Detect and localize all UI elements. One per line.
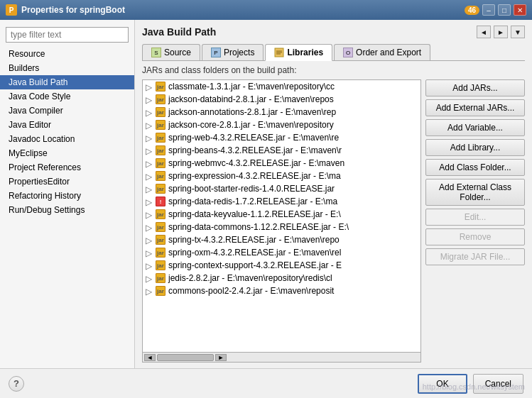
- sidebar-item-myeclipse[interactable]: MyEclipse: [0, 146, 134, 160]
- expand-icon[interactable]: ▷: [146, 223, 154, 231]
- jar-name: spring-context-support-4.3.2.RELEASE.jar…: [168, 260, 342, 270]
- list-item[interactable]: ▷ jar jackson-annotations-2.8.1.jar - E:…: [143, 106, 420, 118]
- maximize-button[interactable]: □: [498, 4, 511, 16]
- jar-icon: jar: [156, 286, 165, 296]
- sidebar-item-java-editor[interactable]: Java Editor: [0, 118, 134, 132]
- sidebar-item-properties-editor[interactable]: PropertiesEditor: [0, 175, 134, 189]
- list-item[interactable]: ▷ jar spring-data-keyvalue-1.1.2.RELEASE…: [143, 208, 420, 221]
- add-variable-button[interactable]: Add Variable...: [425, 119, 525, 136]
- remove-button[interactable]: Remove: [425, 228, 525, 245]
- expand-icon[interactable]: ▷: [146, 133, 154, 142]
- dropdown-arrow-button[interactable]: ▼: [511, 26, 525, 38]
- scroll-right-btn[interactable]: ►: [215, 354, 227, 361]
- bottom-bar: ? OK Cancel: [0, 368, 532, 398]
- jar-name: spring-data-redis-1.7.2.RELEASE.jar - E:…: [168, 197, 337, 206]
- list-item[interactable]: ▷ ! spring-data-redis-1.7.2.RELEASE.jar …: [143, 195, 420, 208]
- libraries-content: ▷ jar classmate-1.3.1.jar - E:\maven\rep…: [142, 79, 525, 363]
- list-item[interactable]: ▷ jar spring-boot-starter-redis-1.4.0.RE…: [143, 182, 420, 195]
- list-item[interactable]: ▷ jar jackson-core-2.8.1.jar - E:\maven\…: [143, 118, 420, 131]
- back-arrow-button[interactable]: ◄: [477, 26, 491, 38]
- add-class-folder-button[interactable]: Add Class Folder...: [425, 159, 525, 176]
- expand-icon[interactable]: ▷: [146, 184, 154, 193]
- sidebar-item-java-code-style[interactable]: Java Code Style: [0, 89, 134, 104]
- jar-name: spring-beans-4.3.2.RELEASE.jar - E:\mave…: [168, 145, 342, 155]
- help-button[interactable]: ?: [9, 376, 24, 392]
- list-item[interactable]: ▷ jar spring-context-support-4.3.2.RELEA…: [143, 259, 420, 272]
- scroll-left-btn[interactable]: ◄: [144, 354, 156, 361]
- ok-button[interactable]: OK: [418, 374, 467, 394]
- add-jars-button[interactable]: Add JARs...: [425, 79, 525, 96]
- content-area: Resource Builders Java Build Path Java C…: [0, 20, 532, 368]
- cancel-button[interactable]: Cancel: [473, 374, 523, 394]
- jar-name: spring-tx-4.3.2.RELEASE.jar - E:\maven\r…: [168, 235, 340, 245]
- tab-libraries-label: Libraries: [287, 48, 323, 57]
- list-item[interactable]: ▷ jar spring-data-commons-1.12.2.RELEASE…: [143, 221, 420, 233]
- sidebar-item-run-debug-settings[interactable]: Run/Debug Settings: [0, 203, 134, 217]
- horizontal-scrollbar[interactable]: ◄ ►: [143, 352, 420, 362]
- sidebar-item-project-references[interactable]: Project References: [0, 160, 134, 175]
- expand-icon[interactable]: ▷: [146, 248, 154, 257]
- jar-icon: jar: [156, 273, 165, 283]
- jar-name: jackson-annotations-2.8.1.jar - E:\maven…: [168, 107, 336, 117]
- close-button[interactable]: ✕: [514, 4, 526, 16]
- minimize-button[interactable]: –: [482, 4, 495, 16]
- tab-order-export[interactable]: O Order and Export: [334, 44, 430, 60]
- jar-list[interactable]: ▷ jar classmate-1.3.1.jar - E:\maven\rep…: [143, 80, 420, 352]
- forward-arrow-button[interactable]: ►: [494, 26, 508, 38]
- list-item[interactable]: ▷ jar spring-web-4.3.2.RELEASE.jar - E:\…: [143, 131, 420, 144]
- right-panel: Java Build Path ◄ ► ▼ S Source P Project…: [135, 20, 532, 368]
- list-item[interactable]: ▷ jar commons-pool2-2.4.2.jar - E:\maven…: [143, 284, 420, 297]
- sidebar-item-java-compiler[interactable]: Java Compiler: [0, 104, 134, 118]
- app-icon: P: [6, 4, 17, 16]
- list-item[interactable]: ▷ jar spring-oxm-4.3.2.RELEASE.jar - E:\…: [143, 246, 420, 259]
- bottom-right: OK Cancel: [418, 374, 523, 394]
- expand-icon[interactable]: ▷: [146, 108, 154, 116]
- list-item[interactable]: ▷ jar spring-expression-4.3.2.RELEASE.ja…: [143, 170, 420, 182]
- migrate-jar-button[interactable]: Migrate JAR File...: [425, 248, 525, 265]
- filter-input[interactable]: [6, 27, 129, 43]
- expand-icon[interactable]: ▷: [146, 287, 154, 295]
- tab-source[interactable]: S Source: [142, 44, 200, 60]
- jar-icon: jar: [156, 133, 165, 143]
- expand-icon[interactable]: ▷: [146, 274, 154, 282]
- sidebar-item-builders[interactable]: Builders: [0, 61, 134, 75]
- expand-icon[interactable]: ▷: [146, 146, 154, 155]
- expand-icon[interactable]: ▷: [146, 210, 154, 219]
- list-item[interactable]: ▷ jar spring-webmvc-4.3.2.RELEASE.jar - …: [143, 157, 420, 170]
- scroll-thumb[interactable]: [157, 354, 214, 361]
- window-title: Properties for springBoot: [21, 5, 465, 15]
- list-item[interactable]: ▷ jar spring-beans-4.3.2.RELEASE.jar - E…: [143, 144, 420, 157]
- sidebar-item-resource[interactable]: Resource: [0, 47, 134, 61]
- expand-icon[interactable]: ▷: [146, 197, 154, 206]
- edit-button[interactable]: Edit...: [425, 209, 525, 226]
- add-external-jars-button[interactable]: Add External JARs...: [425, 99, 525, 116]
- add-library-button[interactable]: Add Library...: [425, 139, 525, 156]
- list-item[interactable]: ▷ jar jackson-databind-2.8.1.jar - E:\ma…: [143, 93, 420, 106]
- jar-icon: jar: [156, 107, 165, 117]
- expand-icon[interactable]: ▷: [146, 261, 154, 270]
- jar-name: spring-webmvc-4.3.2.RELEASE.jar - E:\mav…: [168, 158, 344, 168]
- jar-name: spring-data-commons-1.12.2.RELEASE.jar -…: [168, 222, 349, 232]
- jar-icon: jar: [156, 145, 165, 155]
- tab-libraries[interactable]: Libraries: [265, 44, 332, 61]
- jar-icon: jar: [156, 209, 165, 219]
- source-tab-icon: S: [151, 48, 161, 57]
- sidebar-item-java-build-path[interactable]: Java Build Path: [0, 75, 134, 89]
- sidebar-item-javadoc-location[interactable]: Javadoc Location: [0, 132, 134, 146]
- expand-icon[interactable]: ▷: [146, 159, 154, 167]
- jar-icon: jar: [156, 120, 165, 130]
- expand-icon[interactable]: ▷: [146, 121, 154, 129]
- tab-projects[interactable]: P Projects: [202, 44, 264, 60]
- expand-icon[interactable]: ▷: [146, 82, 154, 91]
- jar-name: jedis-2.8.2.jar - E:\maven\repository\re…: [168, 273, 332, 283]
- jar-icon: jar: [156, 248, 165, 258]
- expand-icon[interactable]: ▷: [146, 172, 154, 180]
- jar-name: jackson-core-2.8.1.jar - E:\maven\reposi…: [168, 120, 334, 130]
- expand-icon[interactable]: ▷: [146, 236, 154, 244]
- list-item[interactable]: ▷ jar spring-tx-4.3.2.RELEASE.jar - E:\m…: [143, 233, 420, 246]
- expand-icon[interactable]: ▷: [146, 95, 154, 104]
- add-external-class-folder-button[interactable]: Add External Class Folder...: [425, 179, 525, 206]
- list-item[interactable]: ▷ jar jedis-2.8.2.jar - E:\maven\reposit…: [143, 272, 420, 284]
- sidebar-item-refactoring-history[interactable]: Refactoring History: [0, 189, 134, 203]
- list-item[interactable]: ▷ jar classmate-1.3.1.jar - E:\maven\rep…: [143, 80, 420, 93]
